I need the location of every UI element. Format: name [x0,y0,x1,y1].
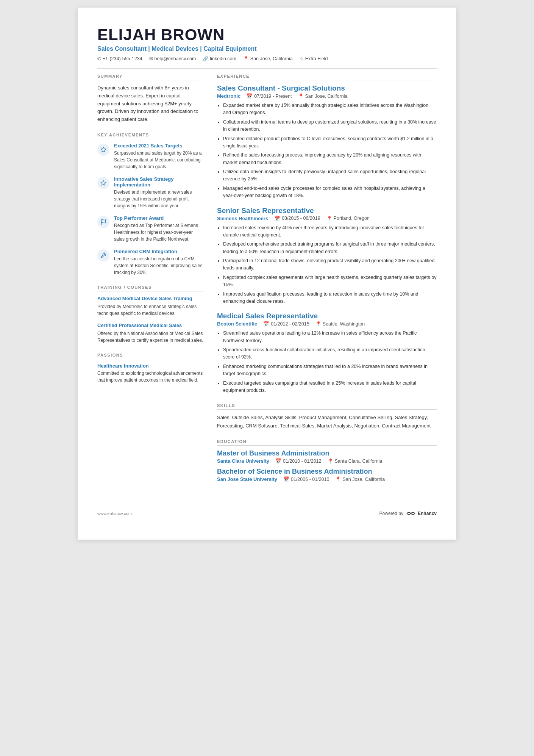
candidate-title: Sales Consultant | Medical Devices | Cap… [97,45,437,52]
exp-meta-row: Medtronic 📅 07/2019 - Present 📍 San Jose… [217,93,437,99]
svg-marker-0 [101,147,106,152]
calendar-icon: 📅 [247,93,253,99]
bullet-item: Refined the sales forecasting process, i… [223,152,437,166]
flag-icon [100,219,106,225]
star-icon [100,147,106,153]
pin-icon: 📍 [315,321,322,327]
job-item: Senior Sales Representative Siemens Heal… [217,207,437,305]
calendar-icon: 📅 [263,321,269,327]
contact-phone: ✆ +1-(234)-555-1234 [97,56,142,61]
bullet-item: Participated in 12 national trade shows,… [223,257,437,272]
job-item: Sales Consultant - Surgical Solutions Me… [217,84,437,200]
contact-linkedin: 🔗 linkedin.com [203,56,236,61]
exp-bullets: Expanded market share by 15% annually th… [223,102,437,200]
calendar-icon: 📅 [283,476,289,482]
exp-date: 📅 01/2012 - 02/2015 [263,321,309,327]
achievement-item: Top Performer Award Recognized as Top Pe… [97,215,203,243]
passions-section: PASSIONS Healthcare Innovation Committed… [97,353,203,383]
exp-date: 📅 03/2015 - 06/2019 [274,216,320,221]
achievements-title: KEY ACHIEVEMENTS [97,133,203,139]
right-column: EXPERIENCE Sales Consultant - Surgical S… [217,74,437,491]
bullet-item: Streamlined sales operations leading to … [223,330,437,344]
pin-icon: 📍 [326,216,333,221]
bullet-item: Improved sales qualification processes, … [223,291,437,305]
achievement-item: Innovative Sales Strategy Implementation… [97,176,203,209]
training-item: Certified Professional Medical Sales Off… [97,322,203,344]
achievement-icon-wrap [97,177,109,189]
enhancv-logo: Enhancv [406,510,437,517]
achievement-item: Exceeded 2021 Sales Targets Surpassed an… [97,143,203,170]
bullet-item: Utilized data-driven insights to identif… [223,168,437,183]
edu-meta-row: Santa Clara University 📅 01/2010 - 01/20… [217,458,437,464]
job-item: Medical Sales Representative Boston Scie… [217,312,437,394]
exp-bullets: Increased sales revenue by 40% over thre… [223,224,437,305]
achievement-content: Exceeded 2021 Sales Targets Surpassed an… [114,143,203,170]
bullet-item: Negotiated complex sales agreements with… [223,274,437,289]
experience-section: EXPERIENCE Sales Consultant - Surgical S… [217,74,437,394]
bullet-item: Executed targeted sales campaigns that r… [223,380,437,394]
left-column: SUMMARY Dynamic sales consultant with 8+… [97,74,203,491]
header: ELIJAH BROWN Sales Consultant | Medical … [97,26,437,69]
calendar-icon: 📅 [275,458,281,464]
main-layout: SUMMARY Dynamic sales consultant with 8+… [97,74,437,491]
phone-icon: ✆ [97,56,101,61]
bullet-item: Expanded market share by 15% annually th… [223,102,437,117]
contact-extra: ☆ Extra Field [300,56,328,61]
edu-item: Master of Business Administration Santa … [217,449,437,464]
wrench-icon [100,252,106,258]
skills-title: SKILLS [217,403,437,410]
exp-date: 📅 07/2019 - Present [247,93,292,99]
summary-text: Dynamic sales consultant with 8+ years i… [97,84,203,124]
edu-meta-row: San Jose State University 📅 01/2006 - 01… [217,476,437,482]
exp-bullets: Streamlined sales operations leading to … [223,330,437,394]
achievement-item: Pioneered CRM Integration Led the succes… [97,249,203,276]
training-item: Advanced Medical Device Sales Training P… [97,295,203,317]
exp-meta-row: Siemens Healthineers 📅 03/2015 - 06/2019… [217,216,437,221]
summary-title: SUMMARY [97,74,203,80]
skills-section: SKILLS Sales, Outside Sales, Analysis Sk… [217,403,437,430]
exp-meta-row: Boston Scientific 📅 01/2012 - 02/2015 📍 … [217,321,437,327]
edu-location: 📍 San Jose, California [335,476,385,482]
linkedin-icon: 🔗 [203,56,208,61]
experience-title: EXPERIENCE [217,74,437,80]
bullet-item: Spearheaded cross-functional collaborati… [223,346,437,361]
edu-item: Bachelor of Science in Business Administ… [217,468,437,482]
contact-email: ✉ help@enhancv.com [149,56,196,61]
star-icon [100,180,106,186]
exp-location: 📍 Seattle, Washington [315,321,365,327]
contact-location: 📍 San Jose, California [243,56,293,61]
exp-location: 📍 San Jose, California [298,93,348,99]
edu-date: 📅 01/2010 - 01/2012 [275,458,321,464]
svg-marker-1 [101,180,106,185]
summary-section: SUMMARY Dynamic sales consultant with 8+… [97,74,203,124]
candidate-name: ELIJAH BROWN [97,26,437,44]
page-footer: www.enhancv.com Powered by Enhancv [97,506,437,517]
training-section: TRAINING / COURSES Advanced Medical Devi… [97,285,203,344]
passions-title: PASSIONS [97,353,203,359]
passion-item: Healthcare Innovation Committed to explo… [97,363,203,383]
education-section: EDUCATION Master of Business Administrat… [217,439,437,482]
extra-icon: ☆ [300,56,304,61]
bullet-item: Managed end-to-end sales cycle processes… [223,185,437,200]
calendar-icon: 📅 [274,216,280,221]
bullet-item: Collaborated with internal teams to deve… [223,119,437,133]
location-icon: 📍 [243,56,249,61]
achievement-icon-wrap [97,216,109,228]
achievement-icon-wrap [97,144,109,156]
footer-brand: Powered by Enhancv [379,510,437,517]
bullet-item: Developed comprehensive product training… [223,241,437,255]
resume-page: ELIJAH BROWN Sales Consultant | Medical … [78,8,456,540]
edu-location: 📍 Santa Clara, California [328,458,383,464]
bullet-item: Presented detailed product portfolios to… [223,135,437,150]
footer-url: www.enhancv.com [97,511,132,516]
header-divider [97,68,437,69]
achievement-content: Innovative Sales Strategy Implementation… [114,176,203,209]
pin-icon: 📍 [335,476,341,482]
contact-row: ✆ +1-(234)-555-1234 ✉ help@enhancv.com 🔗… [97,56,437,61]
edu-date: 📅 01/2006 - 01/2010 [283,476,329,482]
bullet-item: Increased sales revenue by 40% over thre… [223,224,437,239]
training-title: TRAINING / COURSES [97,285,203,291]
exp-location: 📍 Portland, Oregon [326,216,370,221]
pin-icon: 📍 [298,93,304,99]
achievements-section: KEY ACHIEVEMENTS Exceeded 2021 Sales Tar… [97,133,203,276]
